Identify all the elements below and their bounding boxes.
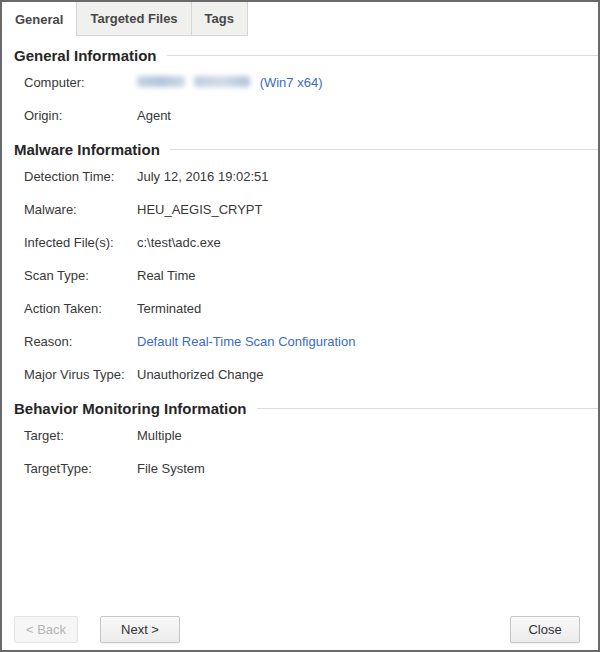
section-header: Behavior Monitoring Information [14, 400, 598, 417]
row-value: Agent [137, 108, 598, 124]
section-title: Behavior Monitoring Information [14, 400, 247, 417]
row-label: Malware: [24, 202, 137, 218]
section-title: General Information [14, 47, 157, 64]
row-value: Multiple [137, 428, 598, 444]
row-major-virus-type: Major Virus Type: Unauthorized Change [24, 367, 598, 383]
row-value: File System [137, 461, 598, 477]
row-scan-type: Scan Type: Real Time [24, 268, 598, 284]
os-version-link[interactable]: (Win7 x64) [260, 75, 323, 90]
row-malware: Malware: HEU_AEGIS_CRYPT [24, 202, 598, 218]
tab-general[interactable]: General [2, 2, 77, 36]
row-label: Reason: [24, 334, 137, 350]
tab-bar: General Targeted Files Tags [2, 2, 598, 36]
dialog-content: General Information Computer: (Win7 x64)… [2, 47, 598, 477]
section-divider [167, 55, 598, 56]
row-label: TargetType: [24, 461, 137, 477]
row-value: c:\test\adc.exe [137, 235, 598, 251]
reason-link[interactable]: Default Real-Time Scan Configuration [137, 334, 355, 349]
close-button[interactable]: Close [510, 616, 580, 643]
section-behavior-monitoring: Behavior Monitoring Information Target: … [2, 400, 598, 477]
row-label: Target: [24, 428, 137, 444]
row-value: HEU_AEGIS_CRYPT [137, 202, 598, 218]
row-label: Action Taken: [24, 301, 137, 317]
section-header: General Information [14, 47, 598, 64]
row-value: Real Time [137, 268, 598, 284]
row-value: July 12, 2016 19:02:51 [137, 169, 598, 185]
row-infected-files: Infected File(s): c:\test\adc.exe [24, 235, 598, 251]
row-reason: Reason: Default Real-Time Scan Configura… [24, 334, 598, 350]
malware-details-dialog: General Targeted Files Tags General Info… [0, 0, 600, 652]
section-divider [257, 408, 599, 409]
tab-bar-spacer [248, 2, 598, 36]
row-value: (Win7 x64) [137, 75, 598, 91]
row-target: Target: Multiple [24, 428, 598, 444]
row-value: Unauthorized Change [137, 367, 598, 383]
tab-tags[interactable]: Tags [192, 2, 248, 36]
row-action-taken: Action Taken: Terminated [24, 301, 598, 317]
row-value: Terminated [137, 301, 598, 317]
back-button[interactable]: < Back [14, 616, 78, 643]
next-button[interactable]: Next > [100, 616, 180, 643]
section-header: Malware Information [14, 141, 598, 158]
section-general-information: General Information Computer: (Win7 x64)… [2, 47, 598, 124]
tab-targeted-files[interactable]: Targeted Files [77, 2, 191, 36]
row-label: Computer: [24, 75, 137, 91]
row-label: Infected File(s): [24, 235, 137, 251]
row-label: Origin: [24, 108, 137, 124]
row-label: Major Virus Type: [24, 367, 137, 383]
row-computer: Computer: (Win7 x64) [24, 75, 598, 91]
dialog-footer: < Back Next > Close [2, 608, 598, 650]
section-title: Malware Information [14, 141, 160, 158]
computer-name-redacted [137, 75, 250, 91]
row-value: Default Real-Time Scan Configuration [137, 334, 598, 350]
row-origin: Origin: Agent [24, 108, 598, 124]
row-label: Detection Time: [24, 169, 137, 185]
row-detection-time: Detection Time: July 12, 2016 19:02:51 [24, 169, 598, 185]
row-label: Scan Type: [24, 268, 137, 284]
section-malware-information: Malware Information Detection Time: July… [2, 141, 598, 383]
section-divider [170, 149, 598, 150]
row-target-type: TargetType: File System [24, 461, 598, 477]
